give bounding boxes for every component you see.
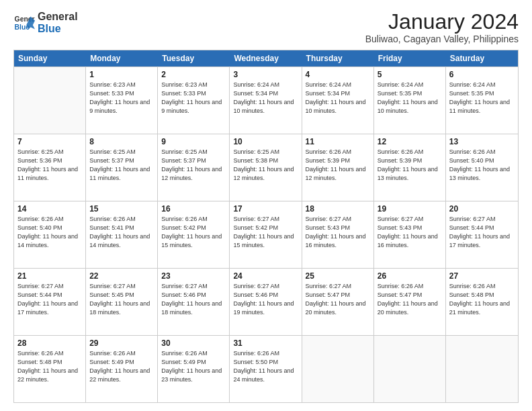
cell-info: Sunrise: 6:27 AM Sunset: 5:42 PM Dayligh… — [233, 216, 294, 248]
cell-info: Sunrise: 6:25 AM Sunset: 5:37 PM Dayligh… — [161, 148, 222, 181]
cell-info: Sunrise: 6:25 AM Sunset: 5:36 PM Dayligh… — [17, 148, 78, 181]
day-number: 3 — [233, 69, 298, 80]
calendar-row-2: 7Sunrise: 6:25 AM Sunset: 5:36 PM Daylig… — [14, 134, 518, 201]
day-number: 30 — [161, 338, 226, 349]
calendar-cell-21: 21Sunrise: 6:27 AM Sunset: 5:44 PM Dayli… — [14, 269, 86, 335]
day-number: 23 — [161, 271, 226, 281]
calendar-cell-2: 2Sunrise: 6:23 AM Sunset: 5:33 PM Daylig… — [158, 67, 230, 134]
calendar-cell-16: 16Sunrise: 6:26 AM Sunset: 5:42 PM Dayli… — [158, 201, 230, 268]
calendar-cell-empty — [302, 336, 374, 402]
logo-icon: General Blue — [13, 12, 35, 34]
cell-info: Sunrise: 6:23 AM Sunset: 5:33 PM Dayligh… — [161, 81, 222, 113]
calendar-cell-1: 1Sunrise: 6:23 AM Sunset: 5:33 PM Daylig… — [86, 67, 158, 134]
calendar-cell-22: 22Sunrise: 6:27 AM Sunset: 5:45 PM Dayli… — [86, 269, 158, 335]
calendar-row-3: 14Sunrise: 6:26 AM Sunset: 5:40 PM Dayli… — [14, 201, 518, 268]
cell-info: Sunrise: 6:26 AM Sunset: 5:50 PM Dayligh… — [233, 350, 294, 382]
cell-info: Sunrise: 6:26 AM Sunset: 5:42 PM Dayligh… — [161, 216, 222, 248]
day-number: 2 — [161, 69, 226, 80]
calendar-cell-4: 4Sunrise: 6:24 AM Sunset: 5:34 PM Daylig… — [302, 67, 374, 134]
day-number: 4 — [306, 69, 370, 80]
calendar-cell-30: 30Sunrise: 6:26 AM Sunset: 5:49 PM Dayli… — [158, 336, 230, 402]
calendar-cell-empty — [374, 336, 446, 402]
calendar-cell-14: 14Sunrise: 6:26 AM Sunset: 5:40 PM Dayli… — [14, 201, 86, 268]
header-day-saturday: Saturday — [446, 50, 518, 66]
day-number: 17 — [233, 203, 298, 214]
header-day-tuesday: Tuesday — [158, 50, 230, 66]
header-day-sunday: Sunday — [14, 50, 86, 66]
page: General Blue General Blue January 2024 B… — [0, 0, 532, 411]
day-number: 8 — [89, 136, 154, 147]
logo: General Blue General Blue — [13, 11, 78, 34]
day-number: 27 — [449, 271, 515, 281]
cell-info: Sunrise: 6:26 AM Sunset: 5:40 PM Dayligh… — [17, 216, 78, 248]
calendar-cell-6: 6Sunrise: 6:24 AM Sunset: 5:35 PM Daylig… — [446, 67, 518, 134]
calendar-cell-31: 31Sunrise: 6:26 AM Sunset: 5:50 PM Dayli… — [230, 336, 302, 402]
calendar: SundayMondayTuesdayWednesdayThursdayFrid… — [13, 50, 519, 403]
cell-info: Sunrise: 6:26 AM Sunset: 5:49 PM Dayligh… — [89, 350, 150, 382]
calendar-cell-17: 17Sunrise: 6:27 AM Sunset: 5:42 PM Dayli… — [230, 201, 302, 268]
cell-info: Sunrise: 6:26 AM Sunset: 5:49 PM Dayligh… — [161, 350, 222, 382]
calendar-cell-8: 8Sunrise: 6:25 AM Sunset: 5:37 PM Daylig… — [86, 134, 158, 201]
calendar-row-4: 21Sunrise: 6:27 AM Sunset: 5:44 PM Dayli… — [14, 268, 518, 335]
calendar-cell-24: 24Sunrise: 6:27 AM Sunset: 5:46 PM Dayli… — [230, 269, 302, 335]
day-number: 10 — [233, 136, 298, 147]
day-number: 6 — [449, 69, 515, 80]
cell-info: Sunrise: 6:23 AM Sunset: 5:33 PM Dayligh… — [89, 81, 150, 113]
calendar-row-1: 1Sunrise: 6:23 AM Sunset: 5:33 PM Daylig… — [14, 66, 518, 134]
calendar-cell-29: 29Sunrise: 6:26 AM Sunset: 5:49 PM Dayli… — [86, 336, 158, 402]
cell-info: Sunrise: 6:27 AM Sunset: 5:44 PM Dayligh… — [17, 283, 78, 315]
cell-info: Sunrise: 6:26 AM Sunset: 5:48 PM Dayligh… — [17, 350, 78, 382]
day-number: 20 — [449, 203, 515, 214]
day-number: 18 — [306, 203, 370, 214]
calendar-row-5: 28Sunrise: 6:26 AM Sunset: 5:48 PM Dayli… — [14, 335, 518, 402]
month-title: January 2024 — [365, 11, 519, 32]
calendar-cell-12: 12Sunrise: 6:26 AM Sunset: 5:39 PM Dayli… — [374, 134, 446, 201]
calendar-cell-20: 20Sunrise: 6:27 AM Sunset: 5:44 PM Dayli… — [446, 201, 518, 268]
cell-info: Sunrise: 6:26 AM Sunset: 5:48 PM Dayligh… — [449, 283, 510, 315]
day-number: 25 — [306, 271, 370, 281]
cell-info: Sunrise: 6:24 AM Sunset: 5:34 PM Dayligh… — [306, 81, 366, 113]
day-number: 19 — [378, 203, 442, 214]
cell-info: Sunrise: 6:27 AM Sunset: 5:46 PM Dayligh… — [233, 283, 294, 315]
title-area: January 2024 Buliwao, Cagayan Valley, Ph… — [365, 11, 519, 44]
day-number: 5 — [378, 69, 442, 80]
calendar-cell-5: 5Sunrise: 6:24 AM Sunset: 5:35 PM Daylig… — [374, 67, 446, 134]
cell-info: Sunrise: 6:25 AM Sunset: 5:38 PM Dayligh… — [233, 148, 294, 181]
header-day-wednesday: Wednesday — [230, 50, 302, 66]
calendar-header: SundayMondayTuesdayWednesdayThursdayFrid… — [14, 50, 518, 66]
day-number: 14 — [17, 203, 82, 214]
logo-general: General — [38, 11, 78, 23]
calendar-cell-13: 13Sunrise: 6:26 AM Sunset: 5:40 PM Dayli… — [446, 134, 518, 201]
calendar-cell-3: 3Sunrise: 6:24 AM Sunset: 5:34 PM Daylig… — [230, 67, 302, 134]
calendar-cell-empty — [446, 336, 518, 402]
day-number: 22 — [89, 271, 154, 281]
cell-info: Sunrise: 6:26 AM Sunset: 5:39 PM Dayligh… — [306, 148, 366, 181]
cell-info: Sunrise: 6:26 AM Sunset: 5:39 PM Dayligh… — [378, 148, 438, 181]
calendar-cell-11: 11Sunrise: 6:26 AM Sunset: 5:39 PM Dayli… — [302, 134, 374, 201]
day-number: 15 — [89, 203, 154, 214]
day-number: 24 — [233, 271, 298, 281]
logo-blue: Blue — [38, 23, 78, 35]
cell-info: Sunrise: 6:24 AM Sunset: 5:34 PM Dayligh… — [233, 81, 294, 113]
calendar-cell-19: 19Sunrise: 6:27 AM Sunset: 5:43 PM Dayli… — [374, 201, 446, 268]
calendar-cell-7: 7Sunrise: 6:25 AM Sunset: 5:36 PM Daylig… — [14, 134, 86, 201]
calendar-body: 1Sunrise: 6:23 AM Sunset: 5:33 PM Daylig… — [14, 66, 518, 402]
cell-info: Sunrise: 6:27 AM Sunset: 5:46 PM Dayligh… — [161, 283, 222, 315]
location: Buliwao, Cagayan Valley, Philippines — [365, 34, 519, 44]
day-number: 1 — [89, 69, 154, 80]
day-number: 12 — [378, 136, 442, 147]
calendar-cell-9: 9Sunrise: 6:25 AM Sunset: 5:37 PM Daylig… — [158, 134, 230, 201]
day-number: 21 — [17, 271, 82, 281]
cell-info: Sunrise: 6:27 AM Sunset: 5:45 PM Dayligh… — [89, 283, 150, 315]
day-number: 11 — [306, 136, 370, 147]
day-number: 26 — [378, 271, 442, 281]
day-number: 9 — [161, 136, 226, 147]
calendar-cell-26: 26Sunrise: 6:26 AM Sunset: 5:47 PM Dayli… — [374, 269, 446, 335]
calendar-cell-25: 25Sunrise: 6:27 AM Sunset: 5:47 PM Dayli… — [302, 269, 374, 335]
calendar-cell-10: 10Sunrise: 6:25 AM Sunset: 5:38 PM Dayli… — [230, 134, 302, 201]
cell-info: Sunrise: 6:26 AM Sunset: 5:47 PM Dayligh… — [378, 283, 438, 315]
calendar-cell-23: 23Sunrise: 6:27 AM Sunset: 5:46 PM Dayli… — [158, 269, 230, 335]
cell-info: Sunrise: 6:26 AM Sunset: 5:40 PM Dayligh… — [449, 148, 510, 181]
cell-info: Sunrise: 6:24 AM Sunset: 5:35 PM Dayligh… — [449, 81, 510, 113]
cell-info: Sunrise: 6:27 AM Sunset: 5:43 PM Dayligh… — [306, 216, 366, 248]
